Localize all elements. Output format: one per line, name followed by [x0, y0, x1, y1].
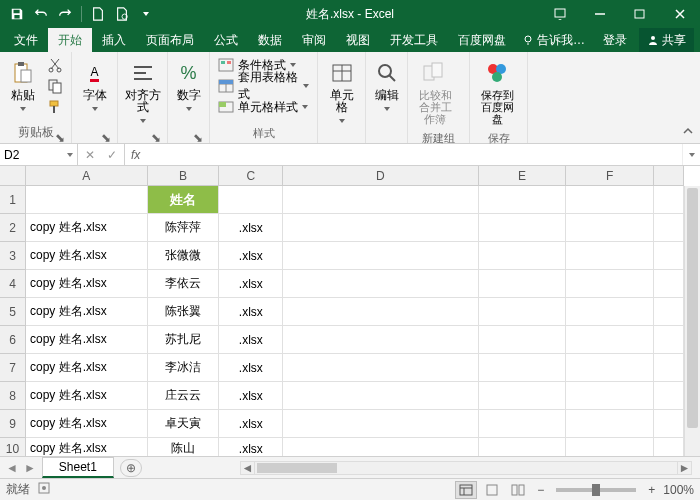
- cell[interactable]: [654, 438, 684, 456]
- cell[interactable]: .xlsx: [219, 354, 283, 382]
- cell[interactable]: [654, 242, 684, 270]
- row-header[interactable]: 4: [0, 270, 25, 298]
- zoom-level[interactable]: 100%: [663, 483, 694, 497]
- cell[interactable]: .xlsx: [219, 242, 283, 270]
- cell[interactable]: copy 姓名.xlsx: [26, 242, 148, 270]
- row-header[interactable]: 10: [0, 438, 25, 456]
- cell[interactable]: .xlsx: [219, 438, 283, 456]
- cell[interactable]: copy 姓名.xlsx: [26, 326, 148, 354]
- sheet-tab[interactable]: Sheet1: [42, 457, 114, 478]
- formula-input[interactable]: [150, 148, 678, 162]
- cell[interactable]: [479, 214, 567, 242]
- cell[interactable]: [479, 298, 567, 326]
- tab-review[interactable]: 审阅: [292, 28, 336, 52]
- cell[interactable]: .xlsx: [219, 326, 283, 354]
- cell[interactable]: [479, 242, 567, 270]
- select-all-corner[interactable]: [0, 166, 26, 186]
- tab-view[interactable]: 视图: [336, 28, 380, 52]
- undo-icon[interactable]: [30, 3, 52, 25]
- login-button[interactable]: 登录: [595, 28, 635, 52]
- cell[interactable]: [283, 410, 478, 438]
- cell[interactable]: [566, 438, 654, 456]
- cell[interactable]: 庄云云: [148, 382, 220, 410]
- redo-icon[interactable]: [54, 3, 76, 25]
- tab-file[interactable]: 文件: [4, 28, 48, 52]
- tab-home[interactable]: 开始: [48, 28, 92, 52]
- cell[interactable]: [654, 186, 684, 214]
- cell[interactable]: [283, 214, 478, 242]
- tell-me[interactable]: 告诉我…: [516, 32, 591, 49]
- cells-group-button[interactable]: 单元格: [322, 55, 361, 129]
- ribbon-options-icon[interactable]: [540, 0, 580, 28]
- cell[interactable]: 姓名: [148, 186, 220, 214]
- table-format-button[interactable]: 套用表格格式: [214, 76, 313, 96]
- formula-bar-expand-icon[interactable]: [682, 144, 700, 165]
- cell[interactable]: [26, 186, 148, 214]
- cell[interactable]: 陈张翼: [148, 298, 220, 326]
- cut-button[interactable]: [43, 55, 67, 75]
- cell[interactable]: [479, 438, 567, 456]
- save-to-baidu-button[interactable]: 保存到百度网盘: [474, 55, 520, 129]
- view-normal-icon[interactable]: [455, 481, 477, 499]
- row-header[interactable]: 7: [0, 354, 25, 382]
- cell[interactable]: .xlsx: [219, 382, 283, 410]
- cell[interactable]: [566, 326, 654, 354]
- cell[interactable]: 李依云: [148, 270, 220, 298]
- cell[interactable]: [283, 186, 478, 214]
- cell[interactable]: [479, 354, 567, 382]
- collapse-ribbon-icon[interactable]: [680, 123, 696, 139]
- cell[interactable]: 李冰洁: [148, 354, 220, 382]
- cell[interactable]: [654, 214, 684, 242]
- zoom-in-button[interactable]: +: [644, 483, 659, 497]
- macro-record-icon[interactable]: [38, 482, 50, 497]
- cell[interactable]: .xlsx: [219, 214, 283, 242]
- copy-button[interactable]: [43, 76, 67, 96]
- cell[interactable]: [566, 270, 654, 298]
- cell[interactable]: [566, 410, 654, 438]
- cell[interactable]: 苏扎尼: [148, 326, 220, 354]
- cell[interactable]: [479, 410, 567, 438]
- close-icon[interactable]: [660, 0, 700, 28]
- cell[interactable]: [479, 270, 567, 298]
- col-header[interactable]: E: [479, 166, 567, 185]
- clipboard-launcher-icon[interactable]: ⬊: [55, 131, 65, 141]
- cell[interactable]: 陈萍萍: [148, 214, 220, 242]
- cell[interactable]: [566, 354, 654, 382]
- cell[interactable]: [654, 410, 684, 438]
- cell[interactable]: [283, 326, 478, 354]
- alignment-button[interactable]: 对齐方式: [122, 55, 163, 129]
- cell[interactable]: [566, 382, 654, 410]
- cell[interactable]: [654, 326, 684, 354]
- minimize-icon[interactable]: [580, 0, 620, 28]
- tab-baidu[interactable]: 百度网盘: [448, 28, 516, 52]
- name-box[interactable]: [0, 144, 78, 165]
- cell[interactable]: [654, 382, 684, 410]
- cell[interactable]: .xlsx: [219, 410, 283, 438]
- cell[interactable]: copy 姓名.xlsx: [26, 438, 148, 456]
- sheet-nav-prev-icon[interactable]: ◄: [6, 461, 18, 475]
- fx-icon[interactable]: fx: [125, 144, 146, 165]
- row-header[interactable]: 2: [0, 214, 25, 242]
- cell[interactable]: [479, 186, 567, 214]
- cell[interactable]: 陈山: [148, 438, 220, 456]
- print-preview-icon[interactable]: [111, 3, 133, 25]
- number-launcher-icon[interactable]: ⬊: [193, 131, 203, 141]
- row-header[interactable]: 1: [0, 186, 25, 214]
- editing-button[interactable]: 编辑: [370, 55, 403, 117]
- row-header[interactable]: 5: [0, 298, 25, 326]
- cell[interactable]: copy 姓名.xlsx: [26, 354, 148, 382]
- qat-customize-icon[interactable]: [135, 3, 157, 25]
- cell[interactable]: [566, 214, 654, 242]
- format-painter-button[interactable]: [43, 97, 67, 117]
- font-button[interactable]: A字体: [76, 55, 113, 117]
- cell[interactable]: [654, 354, 684, 382]
- cell[interactable]: 卓天寅: [148, 410, 220, 438]
- align-launcher-icon[interactable]: ⬊: [151, 131, 161, 141]
- col-header[interactable]: D: [283, 166, 478, 185]
- col-header[interactable]: A: [26, 166, 148, 185]
- tab-data[interactable]: 数据: [248, 28, 292, 52]
- sheet-nav-next-icon[interactable]: ►: [24, 461, 36, 475]
- row-header[interactable]: 9: [0, 410, 25, 438]
- view-page-layout-icon[interactable]: [481, 481, 503, 499]
- cell[interactable]: copy 姓名.xlsx: [26, 410, 148, 438]
